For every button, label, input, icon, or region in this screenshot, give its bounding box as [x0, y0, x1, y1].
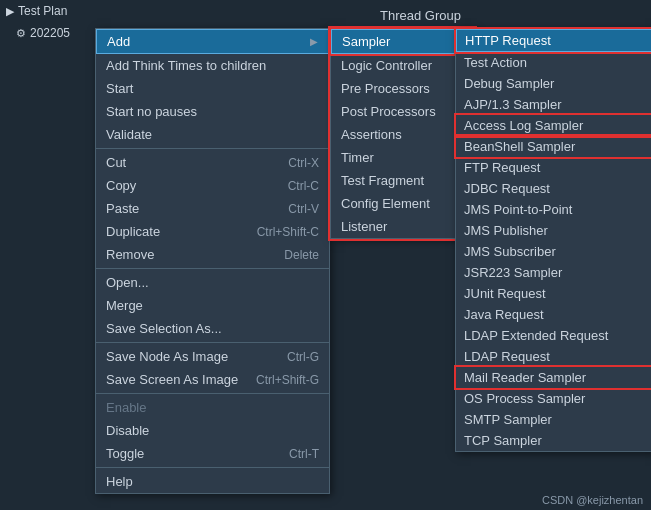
access-log-sampler-item[interactable]: Access Log Sampler: [456, 115, 651, 136]
jdbc-request-item[interactable]: JDBC Request: [456, 178, 651, 199]
thread-group-label: Thread Group: [380, 8, 461, 23]
os-process-item[interactable]: OS Process Sampler: [456, 388, 651, 409]
tree-arrow-icon: ▶: [6, 5, 14, 18]
menu-enable: Enable: [96, 396, 329, 419]
menu-save-selection-label: Save Selection As...: [106, 321, 222, 336]
menu-open-label: Open...: [106, 275, 149, 290]
jms-subscriber-label: JMS Subscriber: [464, 244, 556, 259]
menu-save-node-label: Save Node As Image: [106, 349, 228, 364]
menu-start[interactable]: Start: [96, 77, 329, 100]
mail-reader-label: Mail Reader Sampler: [464, 370, 586, 385]
menu-add-think-times-label: Add Think Times to children: [106, 58, 266, 73]
access-log-sampler-label: Access Log Sampler: [464, 118, 583, 133]
separator-1: [96, 148, 329, 149]
submenu-timer[interactable]: Timer ▶: [331, 146, 474, 169]
menu-help[interactable]: Help: [96, 470, 329, 493]
menu-disable-label: Disable: [106, 423, 149, 438]
jms-p2p-item[interactable]: JMS Point-to-Point: [456, 199, 651, 220]
ajp-sampler-item[interactable]: AJP/1.3 Sampler: [456, 94, 651, 115]
submenu-assertions[interactable]: Assertions ▶: [331, 123, 474, 146]
tree-item-202205-label: 202205: [30, 26, 70, 40]
test-action-item[interactable]: Test Action: [456, 52, 651, 73]
menu-save-node-image[interactable]: Save Node As Image Ctrl-G: [96, 345, 329, 368]
debug-sampler-label: Debug Sampler: [464, 76, 554, 91]
menu-cut-shortcut: Ctrl-X: [288, 156, 319, 170]
menu-disable[interactable]: Disable: [96, 419, 329, 442]
submenu-sampler-label: Sampler: [342, 34, 390, 49]
http-submenu: HTTP Request Test Action Debug Sampler A…: [455, 28, 651, 452]
submenu-test-fragment[interactable]: Test Fragment ▶: [331, 169, 474, 192]
menu-toggle-shortcut: Ctrl-T: [289, 447, 319, 461]
jms-subscriber-item[interactable]: JMS Subscriber: [456, 241, 651, 262]
beanshell-sampler-label: BeanShell Sampler: [464, 139, 575, 154]
ldap-extended-label: LDAP Extended Request: [464, 328, 608, 343]
submenu-post-processors[interactable]: Post Processors ▶: [331, 100, 474, 123]
submenu-pre-label: Pre Processors: [341, 81, 430, 96]
menu-save-selection[interactable]: Save Selection As...: [96, 317, 329, 340]
menu-save-screen-image[interactable]: Save Screen As Image Ctrl+Shift-G: [96, 368, 329, 391]
menu-paste[interactable]: Paste Ctrl-V: [96, 197, 329, 220]
menu-open[interactable]: Open...: [96, 271, 329, 294]
jms-publisher-item[interactable]: JMS Publisher: [456, 220, 651, 241]
separator-5: [96, 467, 329, 468]
menu-save-screen-shortcut: Ctrl+Shift-G: [256, 373, 319, 387]
menu-remove[interactable]: Remove Delete: [96, 243, 329, 266]
menu-validate-label: Validate: [106, 127, 152, 142]
jdbc-request-label: JDBC Request: [464, 181, 550, 196]
menu-help-label: Help: [106, 474, 133, 489]
watermark: CSDN @kejizhentan: [542, 494, 643, 506]
tcp-sampler-label: TCP Sampler: [464, 433, 542, 448]
menu-start-no-pauses[interactable]: Start no pauses: [96, 100, 329, 123]
submenu-config-element[interactable]: Config Element ▶: [331, 192, 474, 215]
submenu-assertions-label: Assertions: [341, 127, 402, 142]
java-request-label: Java Request: [464, 307, 544, 322]
menu-duplicate-label: Duplicate: [106, 224, 160, 239]
menu-start-label: Start: [106, 81, 133, 96]
menu-cut[interactable]: Cut Ctrl-X: [96, 151, 329, 174]
tree-item-202205[interactable]: ⚙ 202205: [0, 22, 90, 44]
submenu-post-label: Post Processors: [341, 104, 436, 119]
tree-item-label: Test Plan: [18, 4, 67, 18]
menu-save-node-shortcut: Ctrl-G: [287, 350, 319, 364]
jsr223-sampler-item[interactable]: JSR223 Sampler: [456, 262, 651, 283]
menu-toggle[interactable]: Toggle Ctrl-T: [96, 442, 329, 465]
junit-request-label: JUnit Request: [464, 286, 546, 301]
submenu-config-label: Config Element: [341, 196, 430, 211]
debug-sampler-item[interactable]: Debug Sampler: [456, 73, 651, 94]
menu-enable-label: Enable: [106, 400, 146, 415]
submenu-listener[interactable]: Listener ▶: [331, 215, 474, 238]
smtp-sampler-item[interactable]: SMTP Sampler: [456, 409, 651, 430]
tree-item-testplan[interactable]: ▶ Test Plan: [0, 0, 90, 22]
gear-icon: ⚙: [16, 27, 26, 40]
sampler-submenu: Sampler ▶ Logic Controller ▶ Pre Process…: [330, 28, 475, 239]
menu-add-think-times[interactable]: Add Think Times to children: [96, 54, 329, 77]
ftp-request-item[interactable]: FTP Request: [456, 157, 651, 178]
menu-duplicate[interactable]: Duplicate Ctrl+Shift-C: [96, 220, 329, 243]
beanshell-sampler-item[interactable]: BeanShell Sampler: [456, 136, 651, 157]
submenu-timer-label: Timer: [341, 150, 374, 165]
tcp-sampler-item[interactable]: TCP Sampler: [456, 430, 651, 451]
submenu-logic-controller[interactable]: Logic Controller ▶: [331, 54, 474, 77]
http-request-item[interactable]: HTTP Request: [456, 29, 651, 52]
test-action-label: Test Action: [464, 55, 527, 70]
ldap-request-item[interactable]: LDAP Request: [456, 346, 651, 367]
java-request-item[interactable]: Java Request: [456, 304, 651, 325]
menu-validate[interactable]: Validate: [96, 123, 329, 146]
submenu-pre-processors[interactable]: Pre Processors ▶: [331, 77, 474, 100]
jms-p2p-label: JMS Point-to-Point: [464, 202, 572, 217]
submenu-logic-label: Logic Controller: [341, 58, 432, 73]
menu-add-label: Add: [107, 34, 130, 49]
menu-merge-label: Merge: [106, 298, 143, 313]
separator-2: [96, 268, 329, 269]
ldap-extended-item[interactable]: LDAP Extended Request: [456, 325, 651, 346]
ldap-request-label: LDAP Request: [464, 349, 550, 364]
junit-request-item[interactable]: JUnit Request: [456, 283, 651, 304]
mail-reader-item[interactable]: Mail Reader Sampler: [456, 367, 651, 388]
menu-add[interactable]: Add ▶: [96, 29, 329, 54]
jsr223-sampler-label: JSR223 Sampler: [464, 265, 562, 280]
menu-copy[interactable]: Copy Ctrl-C: [96, 174, 329, 197]
menu-toggle-label: Toggle: [106, 446, 144, 461]
menu-merge[interactable]: Merge: [96, 294, 329, 317]
menu-copy-label: Copy: [106, 178, 136, 193]
submenu-sampler[interactable]: Sampler ▶: [331, 29, 474, 54]
